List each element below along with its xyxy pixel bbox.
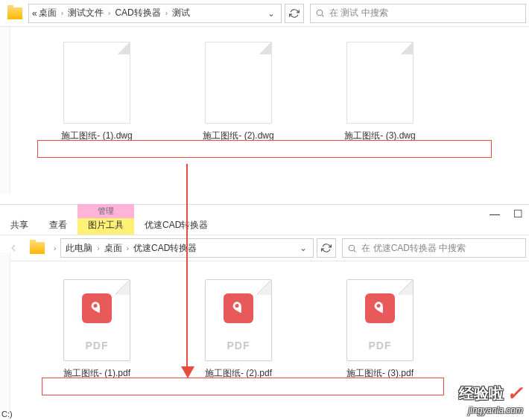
watermark: 经验啦 ✓ jingyanla.com (459, 382, 523, 416)
dwg-file-icon (346, 42, 414, 124)
breadcrumb-item[interactable]: 桌面 (103, 242, 124, 255)
drive-label: C:) (1, 410, 13, 419)
watermark-url: jingyanla.com (459, 405, 523, 416)
chevron-right-icon: › (54, 244, 56, 252)
breadcrumb-item[interactable]: 桌面 (37, 7, 58, 19)
refresh-button[interactable] (317, 238, 336, 258)
file-item[interactable]: 施工图纸- (2).dwg (186, 42, 291, 142)
pdf-file-icon: PDF (205, 279, 272, 361)
file-item[interactable]: PDF 施工图纸- (1).pdf (45, 279, 149, 380)
check-icon: ✓ (507, 382, 523, 405)
maximize-button[interactable]: ☐ (513, 208, 523, 220)
dwg-file-icon (205, 42, 272, 124)
file-item[interactable]: PDF 施工图纸- (3).pdf (328, 279, 432, 380)
breadcrumb-item[interactable]: 测试文件 (66, 7, 105, 19)
file-item[interactable]: PDF 施工图纸- (2).pdf (186, 279, 291, 380)
search-placeholder: 在 测试 中搜索 (329, 7, 388, 19)
svg-point-2 (349, 245, 355, 251)
chevron-right-icon: › (165, 9, 168, 17)
search-input[interactable]: 在 优速CAD转换器 中搜索 (342, 238, 526, 258)
dropdown-icon[interactable]: ⌄ (300, 243, 307, 253)
pdf-label: PDF (227, 340, 250, 351)
chevron-right-icon: › (97, 244, 99, 252)
chevron-right-icon: › (127, 244, 129, 252)
file-label: 施工图纸- (2).pdf (205, 367, 272, 380)
selection-box (42, 378, 444, 395)
file-label: 施工图纸- (3).dwg (344, 130, 415, 142)
svg-line-1 (322, 15, 323, 16)
file-item[interactable]: 施工图纸- (3).dwg (328, 42, 432, 142)
folder-icon (7, 7, 22, 19)
selection-box (37, 140, 492, 158)
search-icon (315, 8, 325, 18)
file-label: 施工图纸- (2).dwg (203, 130, 273, 142)
svg-point-0 (317, 10, 323, 16)
dropdown-icon[interactable]: ⌄ (267, 8, 275, 19)
file-label: 施工图纸- (3).pdf (346, 367, 414, 380)
pdf-badge-icon (224, 293, 253, 323)
minimize-button[interactable]: — (490, 208, 500, 220)
file-label: 施工图纸- (1).pdf (63, 367, 130, 380)
window-title: 优速CAD转换器 (134, 216, 218, 235)
breadcrumb-item[interactable]: CAD转换器 (113, 7, 162, 19)
tab-manage[interactable]: 管理 (77, 204, 134, 218)
refresh-icon (289, 8, 300, 19)
breadcrumb-item[interactable]: 测试 (171, 7, 191, 19)
breadcrumb-prefix: « (32, 8, 37, 19)
breadcrumb-item[interactable]: 优速CAD转换器 (132, 242, 198, 255)
pdf-file-icon: PDF (346, 279, 414, 361)
chevron-right-icon: › (108, 9, 110, 17)
refresh-button[interactable] (285, 4, 304, 23)
pdf-file-icon: PDF (63, 279, 130, 361)
arrow-head-icon (181, 366, 194, 378)
pdf-label: PDF (369, 340, 392, 351)
folder-icon (30, 242, 45, 254)
tab-image-tools[interactable]: 管理 图片工具 (77, 216, 134, 235)
refresh-icon (321, 243, 332, 253)
breadcrumb[interactable]: « 桌面 › 测试文件 › CAD转换器 › 测试 ⌄ (28, 4, 282, 23)
pdf-label: PDF (86, 340, 109, 351)
file-item[interactable]: 施工图纸- (1).dwg (45, 42, 149, 142)
tab-view[interactable]: 查看 (39, 216, 77, 235)
file-label: 施工图纸- (1).dwg (61, 130, 132, 142)
search-placeholder: 在 优速CAD转换器 中搜索 (361, 242, 466, 255)
svg-line-3 (354, 250, 355, 252)
search-icon (347, 244, 357, 253)
watermark-text: 经验啦 (459, 384, 504, 404)
pdf-badge-icon (365, 293, 395, 323)
chevron-right-icon: › (61, 9, 63, 17)
tab-share[interactable]: 共享 (0, 216, 39, 235)
pdf-badge-icon (82, 293, 112, 323)
dwg-file-icon (63, 42, 130, 124)
breadcrumb-item[interactable]: 此电脑 (64, 242, 94, 255)
arrow-annotation (186, 164, 188, 372)
search-input[interactable]: 在 测试 中搜索 (310, 4, 526, 23)
